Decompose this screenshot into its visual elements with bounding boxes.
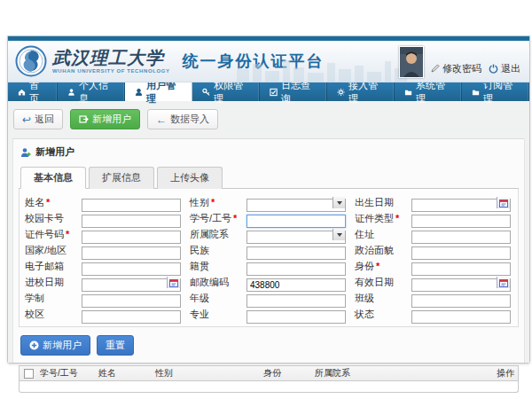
user-table: 学号/工号姓名性别身份所属院系操作 xyxy=(19,365,519,393)
person-icon xyxy=(67,88,75,97)
field-label: 进校日期 xyxy=(25,276,82,289)
input-证件类型[interactable] xyxy=(411,215,511,228)
change-password-label: 修改密码 xyxy=(442,62,481,75)
header-titles: 武汉理工大学 WUHAN UNIVERSITY OF TECHNOLOGY xyxy=(52,49,170,74)
table-column-header: 性别 xyxy=(152,367,260,379)
calendar-button[interactable] xyxy=(497,277,510,288)
user-avatar[interactable] xyxy=(399,46,424,78)
form-field: 住址 xyxy=(355,228,512,241)
nav-item-user[interactable]: 个人信息 xyxy=(58,82,125,101)
submit-add-user-button[interactable]: 新增用户 xyxy=(20,335,90,356)
input-学号/工号[interactable] xyxy=(246,215,346,228)
form-field: 年级 xyxy=(190,292,348,305)
field-label: 班级 xyxy=(355,292,411,305)
tab-inactive[interactable]: 上传头像 xyxy=(157,167,223,189)
input-状态[interactable] xyxy=(411,310,511,324)
data-import-button[interactable]: ← 数据导入 xyxy=(147,109,218,129)
nav-item-label: 权限管理 xyxy=(214,79,249,106)
input-班级[interactable] xyxy=(411,294,511,308)
toolbar: ↩ 返回 新增用户 ← 数据导入 xyxy=(8,101,529,137)
nav-item-label: 接入管理 xyxy=(348,79,384,106)
section-title: 新增用户 xyxy=(35,145,74,159)
input-国家/地区[interactable] xyxy=(82,246,181,260)
input-学制[interactable] xyxy=(82,294,181,308)
input-住址[interactable] xyxy=(411,231,511,244)
field-label: 身份* xyxy=(355,260,411,273)
input-籍贯[interactable] xyxy=(246,262,346,276)
dropdown-arrow-icon[interactable] xyxy=(332,229,345,240)
form-field: 状态 xyxy=(355,308,512,321)
required-asterisk: * xyxy=(233,213,237,223)
nav-item-key[interactable]: 权限管理 xyxy=(192,82,260,101)
calendar-button[interactable] xyxy=(167,277,180,288)
nav-item-folder[interactable]: 订阅管理 xyxy=(462,82,529,101)
form-grid: 姓名*性别*出生日期校园卡号学号/工号*证件类型*证件号码*所属院系住址国家/地… xyxy=(25,196,512,321)
input-专业[interactable] xyxy=(246,310,346,324)
logout-link[interactable]: 退出 xyxy=(489,62,520,75)
field-label: 专业 xyxy=(190,308,246,321)
field-label: 出生日期 xyxy=(355,196,411,209)
select-all-checkbox[interactable] xyxy=(24,369,34,379)
change-password-link[interactable]: 修改密码 xyxy=(431,62,481,75)
add-user-toolbar-button[interactable]: 新增用户 xyxy=(70,109,140,129)
form-field: 国家/地区 xyxy=(25,244,183,257)
main-nav: 首页个人信息用户管理权限管理日志查询接入管理系统管理订阅管理 xyxy=(8,82,529,101)
input-证件号码[interactable] xyxy=(82,231,181,244)
calendar-icon xyxy=(499,199,508,207)
tab-active[interactable]: 基本信息 xyxy=(20,167,86,189)
table-column-header: 学号/工号 xyxy=(36,367,95,379)
home-icon xyxy=(18,88,26,97)
form-field: 姓名* xyxy=(25,196,183,209)
form-field: 专业 xyxy=(190,308,348,321)
input-身份[interactable] xyxy=(411,262,511,276)
import-arrow-icon: ← xyxy=(156,114,167,125)
nav-item-gear[interactable]: 接入管理 xyxy=(327,82,395,101)
form-field: 籍贯 xyxy=(190,260,348,273)
folder-icon xyxy=(472,88,480,97)
input-所属院系[interactable] xyxy=(246,231,346,244)
calendar-button[interactable] xyxy=(497,197,510,208)
form-field: 证件号码* xyxy=(25,228,183,241)
required-asterisk: * xyxy=(46,197,50,207)
input-年级[interactable] xyxy=(246,294,346,308)
input-性别[interactable] xyxy=(246,199,346,212)
field-label: 住址 xyxy=(355,228,411,241)
gear-icon xyxy=(337,88,345,97)
person-icon xyxy=(135,88,143,97)
field-label: 年级 xyxy=(190,292,246,305)
form-actions: 新增用户 重置 xyxy=(19,327,519,364)
table-column-header: 操作 xyxy=(493,367,518,379)
field-label: 政治面貌 xyxy=(355,244,411,257)
field-label: 国家/地区 xyxy=(25,244,82,257)
table-column-header: 所属院系 xyxy=(311,367,492,379)
back-button[interactable]: ↩ 返回 xyxy=(13,109,63,129)
input-邮政编码[interactable] xyxy=(246,278,346,292)
dropdown-arrow-icon[interactable] xyxy=(332,197,345,208)
input-姓名[interactable] xyxy=(82,199,181,212)
field-label: 性别* xyxy=(190,196,246,209)
reset-button[interactable]: 重置 xyxy=(97,335,134,356)
nav-item-label: 个人信息 xyxy=(79,79,114,106)
input-民族[interactable] xyxy=(246,246,346,260)
nav-item-users[interactable]: 用户管理 xyxy=(125,82,192,101)
required-asterisk: * xyxy=(376,261,379,271)
nav-item-home[interactable]: 首页 xyxy=(8,82,58,101)
form-field: 有效日期 xyxy=(355,276,512,289)
form-field: 身份* xyxy=(355,260,512,273)
nav-item-log[interactable]: 日志查询 xyxy=(260,82,327,101)
header-user-area: 修改密码 退出 xyxy=(399,46,520,78)
nav-item-label: 用户管理 xyxy=(146,79,182,106)
nav-item-folder[interactable]: 系统管理 xyxy=(395,82,462,101)
input-校园卡号[interactable] xyxy=(82,215,181,228)
pencil-icon xyxy=(431,64,440,73)
input-电子邮箱[interactable] xyxy=(82,262,181,276)
form-field: 邮政编码 xyxy=(190,276,348,289)
add-user-icon xyxy=(79,114,89,124)
input-政治面貌[interactable] xyxy=(411,246,511,260)
tab-inactive[interactable]: 扩展信息 xyxy=(89,167,154,189)
checklist-icon xyxy=(270,88,278,97)
basic-info-tab-content: 姓名*性别*出生日期校园卡号学号/工号*证件类型*证件号码*所属院系住址国家/地… xyxy=(19,189,519,327)
submit-add-user-label: 新增用户 xyxy=(43,339,82,352)
input-校区[interactable] xyxy=(82,310,181,324)
required-asterisk: * xyxy=(211,197,215,207)
